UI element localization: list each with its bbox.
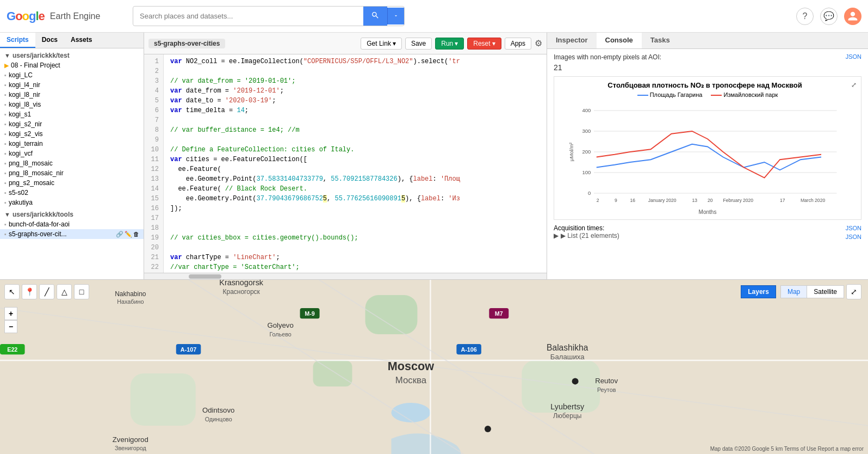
file-icon: ▪: [4, 72, 7, 78]
list-item[interactable]: ▪ kogi_l8_nir: [0, 90, 144, 100]
tab-assets[interactable]: Assets: [64, 33, 98, 48]
search-icon: [371, 11, 380, 20]
expand-chart-button[interactable]: ⤢: [851, 81, 857, 89]
map-container[interactable]: ↖ 📍 ╱ △ □ + −: [0, 280, 868, 454]
map-type-satellite-button[interactable]: Satellite: [807, 285, 844, 298]
list-item[interactable]: ▪ yakutiya: [0, 198, 144, 207]
zoom-in-button[interactable]: +: [4, 307, 17, 320]
expand-list-icon[interactable]: ▶: [554, 232, 559, 240]
file-icon: ▪: [4, 199, 7, 206]
item-label: kogi_l4_nir: [9, 81, 40, 89]
item-label: kogi_vcf: [9, 150, 33, 157]
editor-toolbar: s5-graphs-over-cities Get Link ▾ Save Ru…: [144, 33, 547, 54]
apps-button[interactable]: Apps: [505, 38, 531, 50]
list-item[interactable]: ▪ bunch-of-data-for-aoi: [0, 219, 144, 229]
tab-scripts[interactable]: Scripts: [0, 33, 35, 48]
tree-folder-tools[interactable]: ▼ users/jarickkk/tools: [0, 210, 144, 219]
tab-console[interactable]: Console: [597, 33, 642, 48]
list-item[interactable]: ▪ png_l8_mosaic: [0, 158, 144, 168]
right-panel: Inspector Console Tasks Images with non-…: [547, 33, 868, 279]
list-item[interactable]: ▪ png_l8_mosaic_nir: [0, 168, 144, 178]
list-item[interactable]: ▪ kogi_vcf: [0, 149, 144, 158]
line-numbers: 12345 678910 1112131415 1617181920 21222…: [144, 54, 164, 273]
svg-text:200: 200: [582, 149, 591, 155]
json-link-3[interactable]: JSON: [846, 234, 861, 240]
draw-line-tool[interactable]: ╱: [39, 284, 54, 299]
pointer-tool[interactable]: ↖: [4, 284, 20, 299]
sidebar-tabs: Scripts Docs Assets: [0, 33, 144, 48]
avatar[interactable]: [844, 8, 861, 25]
list-item[interactable]: ▪ kogi_l4_nir: [0, 80, 144, 90]
svg-point-23: [391, 403, 430, 422]
pin-tool[interactable]: 📍: [22, 284, 37, 299]
chart-container: ⤢ Столбцовая плотность NO₂ в тропосфере …: [554, 76, 861, 220]
scroll-thumb[interactable]: [189, 274, 221, 279]
item-label: kogi_LC: [9, 71, 33, 79]
zoom-out-button[interactable]: −: [4, 320, 17, 333]
help-button[interactable]: ?: [796, 8, 814, 25]
map-type-map-button[interactable]: Map: [780, 285, 807, 298]
svg-text:Nakhabino: Nakhabino: [115, 290, 146, 298]
svg-text:9: 9: [615, 198, 617, 203]
settings-button[interactable]: ⚙: [535, 38, 542, 48]
console-list[interactable]: ▶ ▶ List (21 elements): [554, 232, 619, 240]
list-item[interactable]: ▪ kogi_LC: [0, 70, 144, 80]
tree-folder-test[interactable]: ▼ users/jarickkk/test: [0, 51, 144, 60]
tab-inspector[interactable]: Inspector: [547, 33, 597, 48]
json-link-2[interactable]: JSON: [846, 225, 861, 231]
editor-filename: s5-graphs-over-cities: [148, 39, 225, 48]
code-editor[interactable]: var NO2_coll = ee.ImageCollection("COPER…: [164, 54, 547, 273]
folder-label: users/jarickkk/test: [13, 52, 70, 59]
list-item[interactable]: ▪ png_s2_mosaic: [0, 178, 144, 188]
acquisition-text: Acquisition times:: [554, 224, 604, 232]
svg-text:Moscow: Moscow: [388, 359, 434, 373]
notifications-button[interactable]: 💬: [820, 8, 838, 25]
list-item[interactable]: ▪ kogi_s2_vis: [0, 129, 144, 139]
layers-button[interactable]: Layers: [741, 285, 776, 298]
list-item-active[interactable]: ▪ s5-graphs-over-cit... 🔗 ✏️ 🗑: [0, 229, 144, 239]
app: Google Earth Engine ? 💬 Scripts: [0, 0, 868, 454]
code-area[interactable]: 12345 678910 1112131415 1617181920 21222…: [144, 54, 547, 273]
draw-poly-tool[interactable]: △: [57, 284, 72, 299]
run-button[interactable]: Run ▾: [435, 38, 464, 50]
draw-rect-tool[interactable]: □: [74, 284, 89, 299]
list-item[interactable]: ▪ kogi_s2_nir: [0, 119, 144, 129]
svg-text:Krasnogorsk: Krasnogorsk: [219, 280, 264, 287]
tab-tasks[interactable]: Tasks: [642, 33, 679, 48]
collapse-icon: ▼: [4, 211, 10, 218]
list-item[interactable]: ▪ s5-s02: [0, 188, 144, 198]
search-input[interactable]: [133, 8, 363, 24]
list-item[interactable]: ▪ kogi_s1: [0, 109, 144, 119]
get-link-button[interactable]: Get Link ▾: [361, 38, 402, 50]
reset-button[interactable]: Reset ▾: [467, 38, 501, 50]
tree-folder-final[interactable]: ▶ 08 - Final Project: [0, 60, 144, 70]
list-label: ▶ List (21 elements): [561, 232, 619, 240]
delete-icon[interactable]: 🗑: [133, 231, 139, 238]
json-link-1[interactable]: JSON: [846, 53, 861, 60]
svg-text:Lyubertsy: Lyubertsy: [550, 402, 585, 411]
map-svg: Moscow Москва Balashikha Балашиха Dedovs…: [0, 280, 868, 454]
svg-rect-25: [313, 360, 352, 386]
save-button[interactable]: Save: [405, 38, 432, 50]
tab-docs[interactable]: Docs: [35, 33, 64, 48]
search-button[interactable]: [363, 7, 387, 26]
legend-blue: Площадь Гагарина: [637, 91, 703, 98]
list-item[interactable]: ▪ kogi_terrain: [0, 139, 144, 149]
x-axis-label: Months: [559, 209, 857, 215]
share-icon[interactable]: 🔗: [116, 231, 123, 238]
file-icon: ▪: [4, 111, 7, 118]
search-dropdown-button[interactable]: [387, 8, 404, 24]
file-icon: ▪: [4, 231, 7, 237]
right-tabs: Inspector Console Tasks: [547, 33, 868, 49]
editor-scrollbar[interactable]: [144, 273, 547, 279]
zoom-controls: + −: [4, 307, 17, 333]
svg-text:February 2020: February 2020: [723, 198, 754, 203]
svg-point-66: [485, 426, 491, 432]
fullscreen-button[interactable]: ⤢: [846, 284, 861, 299]
svg-text:M-9: M-9: [305, 310, 315, 317]
svg-text:Звенигород: Звенигород: [115, 445, 147, 451]
list-item[interactable]: ▪ kogi_l8_vis: [0, 100, 144, 109]
item-label: kogi_l8_nir: [9, 91, 40, 99]
edit-icon[interactable]: ✏️: [125, 231, 132, 238]
svg-rect-26: [131, 373, 196, 426]
